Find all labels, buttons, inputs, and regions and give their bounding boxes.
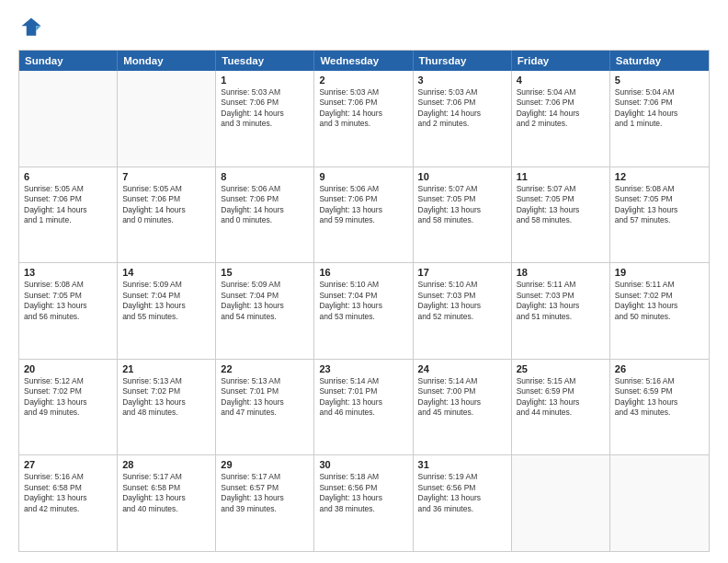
day-number: 18 [517,267,605,278]
day-number: 27 [24,459,112,470]
calendar-cell: 21Sunrise: 5:13 AM Sunset: 7:02 PM Dayli… [118,360,216,455]
calendar-cell [118,71,216,167]
day-info: Sunrise: 5:03 AM Sunset: 7:06 PM Dayligh… [221,87,309,130]
day-number: 1 [221,75,309,86]
calendar-body: 1Sunrise: 5:03 AM Sunset: 7:06 PM Daylig… [19,71,709,551]
calendar-row-5: 27Sunrise: 5:16 AM Sunset: 6:58 PM Dayli… [19,455,709,551]
calendar-cell: 27Sunrise: 5:16 AM Sunset: 6:58 PM Dayli… [19,455,118,551]
day-number: 28 [122,459,210,470]
day-info: Sunrise: 5:09 AM Sunset: 7:04 PM Dayligh… [221,280,309,322]
calendar-cell: 15Sunrise: 5:09 AM Sunset: 7:04 PM Dayli… [216,263,314,359]
day-number: 24 [418,363,506,374]
header-day-sunday: Sunday [19,51,118,71]
day-info: Sunrise: 5:18 AM Sunset: 6:56 PM Dayligh… [319,472,407,514]
day-number: 15 [221,267,309,278]
day-info: Sunrise: 5:10 AM Sunset: 7:03 PM Dayligh… [418,280,506,322]
day-info: Sunrise: 5:03 AM Sunset: 7:06 PM Dayligh… [319,87,407,130]
day-info: Sunrise: 5:09 AM Sunset: 7:04 PM Dayligh… [122,280,210,322]
calendar-cell: 30Sunrise: 5:18 AM Sunset: 6:56 PM Dayli… [314,455,413,551]
day-number: 2 [319,75,407,86]
calendar: SundayMondayTuesdayWednesdayThursdayFrid… [18,50,710,552]
day-number: 29 [221,459,309,470]
header-day-tuesday: Tuesday [216,51,314,71]
day-info: Sunrise: 5:07 AM Sunset: 7:05 PM Dayligh… [517,184,605,226]
header-day-thursday: Thursday [414,51,512,71]
day-number: 21 [122,363,210,374]
calendar-cell: 4Sunrise: 5:04 AM Sunset: 7:06 PM Daylig… [512,71,610,167]
calendar-row-2: 6Sunrise: 5:05 AM Sunset: 7:06 PM Daylig… [19,167,709,264]
calendar-cell: 9Sunrise: 5:06 AM Sunset: 7:06 PM Daylig… [314,167,413,263]
day-info: Sunrise: 5:16 AM Sunset: 6:59 PM Dayligh… [615,376,704,419]
calendar-cell: 13Sunrise: 5:08 AM Sunset: 7:05 PM Dayli… [19,263,118,359]
svg-marker-1 [36,26,40,30]
calendar-cell: 19Sunrise: 5:11 AM Sunset: 7:02 PM Dayli… [610,263,709,359]
calendar-row-3: 13Sunrise: 5:08 AM Sunset: 7:05 PM Dayli… [19,263,709,360]
calendar-cell: 18Sunrise: 5:11 AM Sunset: 7:03 PM Dayli… [512,263,610,359]
calendar-cell: 10Sunrise: 5:07 AM Sunset: 7:05 PM Dayli… [414,167,512,263]
calendar-cell: 8Sunrise: 5:06 AM Sunset: 7:06 PM Daylig… [216,167,314,263]
day-info: Sunrise: 5:07 AM Sunset: 7:05 PM Dayligh… [418,184,506,226]
calendar-cell: 31Sunrise: 5:19 AM Sunset: 6:56 PM Dayli… [414,455,512,551]
header-day-monday: Monday [118,51,216,71]
calendar-cell: 17Sunrise: 5:10 AM Sunset: 7:03 PM Dayli… [414,263,512,359]
calendar-cell: 6Sunrise: 5:05 AM Sunset: 7:06 PM Daylig… [19,167,118,263]
calendar-cell: 11Sunrise: 5:07 AM Sunset: 7:05 PM Dayli… [512,167,610,263]
day-info: Sunrise: 5:12 AM Sunset: 7:02 PM Dayligh… [24,376,112,419]
day-info: Sunrise: 5:13 AM Sunset: 7:01 PM Dayligh… [221,376,309,419]
day-number: 31 [418,459,506,470]
day-number: 4 [517,75,605,86]
calendar-cell: 12Sunrise: 5:08 AM Sunset: 7:05 PM Dayli… [610,167,709,263]
day-info: Sunrise: 5:05 AM Sunset: 7:06 PM Dayligh… [122,184,210,226]
day-info: Sunrise: 5:06 AM Sunset: 7:06 PM Dayligh… [319,184,407,226]
page: SundayMondayTuesdayWednesdayThursdayFrid… [0,0,728,563]
calendar-cell [512,455,610,551]
calendar-cell: 29Sunrise: 5:17 AM Sunset: 6:57 PM Dayli… [216,455,314,551]
day-number: 22 [221,363,309,374]
day-number: 13 [24,267,112,278]
calendar-cell: 5Sunrise: 5:04 AM Sunset: 7:06 PM Daylig… [610,71,709,167]
day-number: 8 [221,171,309,182]
day-info: Sunrise: 5:04 AM Sunset: 7:06 PM Dayligh… [517,87,605,130]
calendar-header: SundayMondayTuesdayWednesdayThursdayFrid… [19,51,709,71]
day-info: Sunrise: 5:13 AM Sunset: 7:02 PM Dayligh… [122,376,210,419]
day-info: Sunrise: 5:17 AM Sunset: 6:58 PM Dayligh… [122,472,210,514]
calendar-cell: 26Sunrise: 5:16 AM Sunset: 6:59 PM Dayli… [610,360,709,455]
calendar-cell: 1Sunrise: 5:03 AM Sunset: 7:06 PM Daylig… [216,71,314,167]
day-info: Sunrise: 5:03 AM Sunset: 7:06 PM Dayligh… [418,87,506,130]
logo [18,15,48,40]
logo-icon [18,15,44,40]
calendar-cell: 3Sunrise: 5:03 AM Sunset: 7:06 PM Daylig… [414,71,512,167]
day-number: 9 [319,171,407,182]
day-info: Sunrise: 5:08 AM Sunset: 7:05 PM Dayligh… [615,184,704,226]
day-number: 20 [24,363,112,374]
day-info: Sunrise: 5:11 AM Sunset: 7:02 PM Dayligh… [615,280,704,322]
day-number: 19 [615,267,704,278]
header-day-wednesday: Wednesday [314,51,413,71]
day-number: 12 [615,171,704,182]
day-info: Sunrise: 5:08 AM Sunset: 7:05 PM Dayligh… [24,280,112,322]
day-info: Sunrise: 5:04 AM Sunset: 7:06 PM Dayligh… [615,87,704,130]
calendar-cell [610,455,709,551]
day-info: Sunrise: 5:19 AM Sunset: 6:56 PM Dayligh… [418,472,506,514]
calendar-cell: 2Sunrise: 5:03 AM Sunset: 7:06 PM Daylig… [314,71,413,167]
day-info: Sunrise: 5:14 AM Sunset: 7:00 PM Dayligh… [418,376,506,419]
calendar-row-4: 20Sunrise: 5:12 AM Sunset: 7:02 PM Dayli… [19,360,709,456]
day-info: Sunrise: 5:10 AM Sunset: 7:04 PM Dayligh… [319,280,407,322]
day-number: 3 [418,75,506,86]
calendar-cell: 24Sunrise: 5:14 AM Sunset: 7:00 PM Dayli… [414,360,512,455]
day-number: 25 [517,363,605,374]
day-number: 16 [319,267,407,278]
calendar-cell: 20Sunrise: 5:12 AM Sunset: 7:02 PM Dayli… [19,360,118,455]
calendar-cell: 22Sunrise: 5:13 AM Sunset: 7:01 PM Dayli… [216,360,314,455]
calendar-cell: 16Sunrise: 5:10 AM Sunset: 7:04 PM Dayli… [314,263,413,359]
calendar-cell: 25Sunrise: 5:15 AM Sunset: 6:59 PM Dayli… [512,360,610,455]
calendar-row-1: 1Sunrise: 5:03 AM Sunset: 7:06 PM Daylig… [19,71,709,167]
calendar-cell: 28Sunrise: 5:17 AM Sunset: 6:58 PM Dayli… [118,455,216,551]
calendar-cell: 7Sunrise: 5:05 AM Sunset: 7:06 PM Daylig… [118,167,216,263]
day-number: 6 [24,171,112,182]
day-number: 30 [319,459,407,470]
day-info: Sunrise: 5:06 AM Sunset: 7:06 PM Dayligh… [221,184,309,226]
day-number: 5 [615,75,704,86]
day-info: Sunrise: 5:16 AM Sunset: 6:58 PM Dayligh… [24,472,112,514]
calendar-cell: 14Sunrise: 5:09 AM Sunset: 7:04 PM Dayli… [118,263,216,359]
